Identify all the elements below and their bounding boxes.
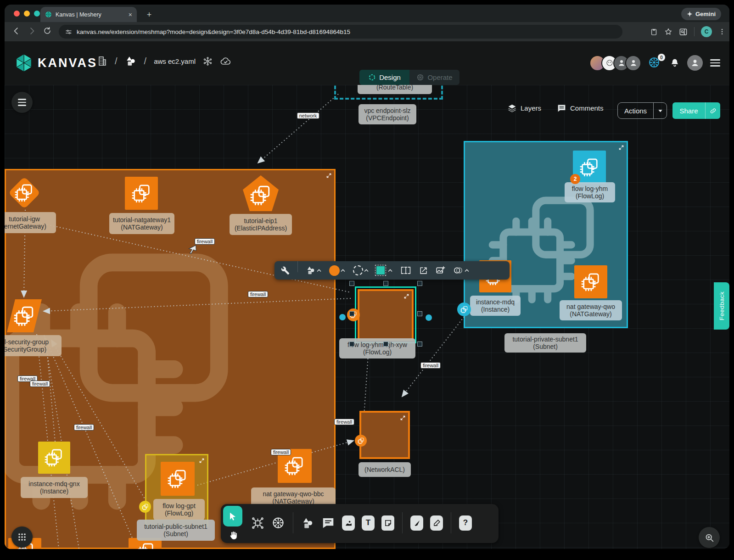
node-badge[interactable] [139, 501, 151, 513]
comment-tool-icon[interactable] [321, 516, 335, 530]
collapse-icon[interactable] [326, 173, 332, 179]
selection-handle[interactable] [383, 342, 388, 347]
notifications-bell-icon[interactable] [670, 58, 680, 68]
tab-close-icon[interactable]: × [129, 11, 132, 18]
layers-button[interactable]: Layers [507, 103, 541, 113]
selection-handle[interactable] [349, 311, 354, 316]
edge-label: firewall [334, 419, 354, 425]
share-button[interactable]: Share [672, 102, 720, 119]
node-flow-log-gpt[interactable] [161, 462, 195, 496]
node-context-toolbar [275, 261, 510, 280]
node-network-acl[interactable] [359, 411, 410, 459]
text-tool-icon[interactable]: T [362, 515, 375, 531]
workspace-shapes-icon[interactable] [125, 55, 137, 67]
window-zoom-button[interactable] [34, 11, 40, 17]
node-tutorial-security-group[interactable] [6, 299, 42, 332]
url-input[interactable]: kanvas.new/extension/meshmap?mode=design… [59, 25, 622, 39]
selection-handle[interactable] [349, 281, 354, 286]
browser-tab[interactable]: Kanvas | Meshery × [40, 7, 137, 22]
copy-link-icon[interactable] [706, 107, 720, 114]
connection-dot[interactable] [339, 314, 346, 320]
pan-tool-button[interactable] [226, 529, 240, 542]
share-label: Share [672, 107, 705, 115]
rename-icon[interactable] [400, 266, 411, 275]
note-tool-icon[interactable] [381, 515, 394, 531]
node-badge[interactable]: 2 [570, 174, 580, 184]
avatar-user-4[interactable] [625, 55, 641, 71]
selection-handle[interactable] [417, 281, 422, 286]
actions-dropdown-icon[interactable] [654, 108, 667, 113]
cloud-save-icon[interactable] [220, 56, 231, 67]
help-tool-icon[interactable]: ? [459, 515, 472, 531]
gemini-button[interactable]: Gemini [681, 8, 721, 20]
new-tab-button[interactable]: + [144, 9, 155, 20]
back-icon[interactable] [8, 27, 24, 37]
node-nat-gateway-qwo[interactable] [574, 265, 607, 298]
pencil-tool-icon[interactable] [430, 515, 443, 531]
feedback-tab[interactable]: Feedback [714, 282, 729, 330]
forward-icon[interactable] [24, 27, 39, 37]
group-style-button[interactable] [453, 266, 469, 275]
tab-operate[interactable]: Operate [409, 70, 459, 85]
bookmark-star-icon[interactable] [664, 28, 672, 36]
mesh-sync-icon[interactable] [203, 56, 213, 66]
zoom-search-button[interactable] [699, 527, 720, 548]
shapes-tool-button[interactable] [306, 265, 321, 275]
actions-button[interactable]: Actions [617, 102, 667, 119]
components-tool-icon[interactable] [251, 516, 264, 530]
border-style-button[interactable] [353, 265, 369, 275]
selection-handle[interactable] [349, 342, 354, 347]
media-tool-icon[interactable] [342, 515, 355, 531]
collaborator-avatars[interactable] [589, 55, 641, 71]
save-icon[interactable] [650, 28, 658, 36]
reload-icon[interactable] [39, 27, 55, 37]
kanvas-logo[interactable] [15, 53, 33, 73]
kubernetes-tool-icon[interactable] [271, 516, 285, 530]
node-badge[interactable] [457, 302, 471, 316]
canvas-menu-button[interactable] [11, 92, 33, 113]
chrome-profile-avatar[interactable]: C [701, 26, 712, 37]
open-in-new-icon[interactable] [419, 266, 428, 275]
comments-button[interactable]: Comments [557, 103, 604, 113]
edge[interactable] [258, 94, 338, 163]
k8s-context-switcher[interactable]: 0 [648, 56, 663, 70]
side-panel-search-icon[interactable] [679, 28, 688, 36]
kebab-menu-icon[interactable] [718, 28, 726, 35]
grid-menu-button[interactable] [11, 526, 33, 548]
header-menu-icon[interactable] [710, 59, 720, 67]
selection-handle[interactable] [417, 311, 422, 316]
shapes-tool-icon[interactable] [301, 516, 314, 530]
gemini-label: Gemini [695, 11, 716, 17]
selection-handle[interactable] [417, 342, 422, 347]
pen-tool-icon[interactable] [410, 515, 423, 531]
window-minimize-button[interactable] [24, 11, 30, 17]
connection-dot[interactable] [426, 314, 432, 321]
site-settings-icon[interactable] [65, 28, 72, 35]
window-close-button[interactable] [14, 11, 20, 17]
selection-color-button[interactable] [376, 266, 392, 274]
node-badge[interactable] [355, 435, 367, 447]
selection-outline [355, 286, 416, 343]
canvas[interactable]: Layers Comments Actions Share [5, 85, 729, 549]
chevron-up-icon [388, 269, 392, 272]
collapse-icon[interactable] [400, 415, 406, 421]
node-label-tutorial-igw: tutorial-igwternetGateway) [5, 212, 56, 233]
collapse-icon[interactable] [199, 458, 205, 464]
node-label-nat-gateway-qwo: nat gateway-qwo(NATGateway) [560, 300, 622, 320]
node-tutorial-natgateway1[interactable] [125, 177, 158, 210]
selection-handle[interactable] [383, 281, 388, 286]
configure-wrench-icon[interactable] [281, 266, 290, 275]
hand-icon [228, 530, 238, 541]
design-file-name[interactable]: aws ec2.yaml [154, 57, 196, 65]
tab-design[interactable]: Design [359, 70, 409, 85]
collapse-icon[interactable] [618, 145, 624, 151]
node-label-flow-log-gpt: flow log-gpt(FlowLog) [153, 499, 205, 520]
edge-label: firewall [420, 362, 441, 369]
select-tool-button[interactable] [223, 506, 242, 526]
add-image-icon[interactable] [436, 266, 445, 275]
profile-avatar[interactable] [686, 54, 704, 72]
organization-icon[interactable] [96, 55, 107, 67]
node-instance-mdq-gnx[interactable] [38, 442, 70, 474]
node-tutorial-igw[interactable] [8, 177, 40, 209]
fill-color-button[interactable] [329, 265, 345, 276]
